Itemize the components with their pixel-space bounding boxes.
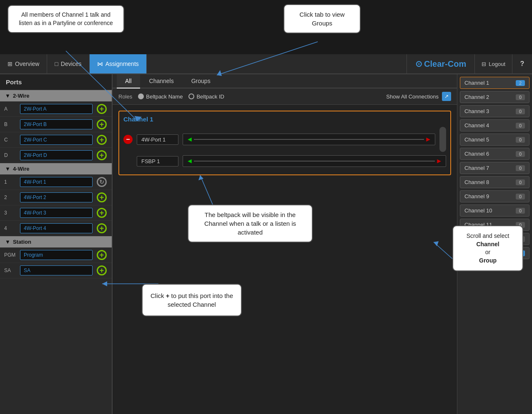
tab-assignments[interactable]: ⋈ Assignments	[90, 54, 147, 73]
port-input-4wire-4[interactable]	[20, 223, 93, 233]
tab-devices[interactable]: □ Devices	[47, 54, 89, 73]
port-entry-4wire-1: − 4W-Port 1 ◄ ►	[123, 127, 446, 152]
center-content: All Channels Groups Roles Beltpack Name …	[113, 74, 457, 414]
tab-overview[interactable]: ⊞ Overview	[0, 54, 47, 73]
section-arrow-station: ▼	[5, 239, 10, 245]
radio-beltpack-id[interactable]: Beltpack ID	[188, 93, 224, 100]
channel-btn-10[interactable]: Channel 10 0	[460, 204, 529, 217]
help-button[interactable]: ?	[512, 54, 532, 73]
roles-label: Roles	[118, 93, 132, 100]
section-arrow-2wire: ▼	[5, 93, 10, 99]
sub-tab-all[interactable]: All	[117, 74, 140, 88]
arrow-right-icon: ►	[425, 136, 432, 143]
port-input-2wire-b[interactable]	[20, 119, 93, 129]
channel-btn-6[interactable]: Channel 6 0	[460, 148, 529, 160]
channel-btn-9[interactable]: Channel 9 0	[460, 190, 529, 202]
logout-icon: ⊟	[482, 61, 486, 67]
show-all-connections-button[interactable]: Show All Connections ↗	[386, 92, 451, 101]
sub-tabs: All Channels Groups	[113, 74, 457, 88]
section-4wire: ▼ 4-Wire 1 ↻ 2 + 3 +	[0, 163, 112, 236]
callout-top-right: Click tab to view Groups	[284, 4, 361, 33]
radio-circle-beltpack-name	[138, 93, 144, 99]
port-input-2wire-c[interactable]	[20, 135, 93, 145]
add-button-2wire-b[interactable]: +	[96, 119, 108, 130]
section-station: ▼ Station PGM + SA +	[0, 236, 112, 278]
port-name-4wire-1: 4W-Port 1	[137, 134, 178, 145]
add-button-station-pgm[interactable]: +	[96, 249, 108, 261]
sidebar-header: Ports	[0, 74, 112, 90]
callout-bottom-left: Click + to put this port into the select…	[142, 284, 242, 316]
port-input-2wire-d[interactable]	[20, 150, 93, 160]
channel-display: Channel 1 − 4W-Port 1 ◄ ►	[113, 105, 457, 414]
add-button-4wire-1[interactable]: ↻	[96, 176, 108, 188]
top-nav: ⊞ Overview □ Devices ⋈ Assignments ⊙ Cle…	[0, 54, 532, 74]
port-input-station-pgm[interactable]	[20, 250, 93, 260]
arrow-left-icon: ◄	[186, 136, 193, 143]
channel-btn-3[interactable]: Channel 3 0	[460, 105, 529, 117]
add-button-4wire-2[interactable]: +	[96, 192, 108, 203]
callout-middle: The beltpack will be visible in the Chan…	[188, 204, 313, 242]
port-row-2wire-c: C +	[0, 132, 112, 148]
overview-icon: ⊞	[8, 61, 13, 67]
arrow-bar-4wire-1: ◄ ►	[183, 134, 435, 145]
channel-btn-8[interactable]: Channel 8 0	[460, 176, 529, 188]
radio-beltpack-name[interactable]: Beltpack Name	[138, 93, 183, 100]
callout-right: Scroll and select ChannelorGroup	[452, 225, 523, 271]
sidebar: Ports ▼ 2-Wire A + B +	[0, 74, 113, 414]
port-row-4wire-1: 1 ↻	[0, 174, 112, 190]
channel-btn-5[interactable]: Channel 5 0	[460, 134, 529, 146]
channel-btn-4[interactable]: Channel 4 0	[460, 119, 529, 131]
port-entry-fsbp-1: FSBP 1 ◄ ►	[123, 155, 446, 167]
port-row-station-pgm: PGM +	[0, 247, 112, 263]
callout-top-left: All members of Channel 1 talk and listen…	[8, 5, 124, 33]
port-input-station-sa[interactable]	[20, 265, 93, 275]
remove-button-4wire-1[interactable]: −	[123, 135, 133, 144]
section-header-4wire[interactable]: ▼ 4-Wire	[0, 163, 112, 174]
arrow-line	[194, 139, 424, 140]
section-arrow-4wire: ▼	[5, 166, 10, 172]
sub-tab-channels[interactable]: Channels	[141, 74, 182, 88]
port-row-2wire-b: B +	[0, 117, 112, 132]
port-name-fsbp-1: FSBP 1	[137, 156, 178, 167]
port-row-station-sa: SA +	[0, 263, 112, 278]
channel-btn-2[interactable]: Channel 2 0	[460, 91, 529, 103]
arrow-left-icon-fsbp: ◄	[186, 157, 193, 165]
port-input-4wire-3[interactable]	[20, 208, 93, 218]
port-input-4wire-2[interactable]	[20, 192, 93, 202]
show-all-icon: ↗	[442, 92, 451, 101]
radio-circle-beltpack-id	[188, 93, 194, 99]
section-2wire: ▼ 2-Wire A + B + C +	[0, 90, 112, 163]
channel-btn-7[interactable]: Channel 7 0	[460, 162, 529, 174]
add-button-2wire-c[interactable]: +	[96, 134, 108, 146]
devices-icon: □	[55, 61, 58, 67]
scroll-indicator	[439, 127, 446, 152]
nav-actions: ⊟ Logout ?	[474, 54, 532, 73]
add-button-2wire-d[interactable]: +	[96, 149, 108, 161]
port-input-2wire-a[interactable]	[20, 104, 93, 114]
options-bar: Roles Beltpack Name Beltpack ID Show All…	[113, 88, 457, 105]
section-header-2wire[interactable]: ▼ 2-Wire	[0, 90, 112, 101]
arrow-bar-fsbp-1: ◄ ►	[183, 155, 446, 167]
port-input-4wire-1[interactable]	[20, 177, 93, 187]
logout-button[interactable]: ⊟ Logout	[474, 54, 512, 73]
arrow-right-icon-fsbp: ►	[436, 157, 442, 165]
port-row-4wire-4: 4 +	[0, 221, 112, 236]
add-button-2wire-a[interactable]: +	[96, 103, 108, 115]
assignments-icon: ⋈	[97, 61, 103, 67]
channel-title: Channel 1	[123, 116, 446, 123]
add-button-4wire-3[interactable]: +	[96, 207, 108, 219]
sub-tab-groups[interactable]: Groups	[183, 74, 219, 88]
port-row-2wire-d: D +	[0, 148, 112, 163]
channel-btn-1[interactable]: Channel 1 2	[460, 77, 529, 89]
arrow-line-fsbp	[194, 161, 435, 162]
add-circle-2wire-a: +	[97, 104, 107, 114]
brand-area: ⊙ Clear-Com	[407, 54, 474, 73]
brand-logo: ⊙ Clear-Com	[415, 59, 466, 69]
section-header-station[interactable]: ▼ Station	[0, 236, 112, 247]
port-row-2wire-a: A +	[0, 101, 112, 117]
add-button-station-sa[interactable]: +	[96, 265, 108, 276]
add-button-4wire-4[interactable]: +	[96, 222, 108, 234]
port-row-4wire-3: 3 +	[0, 205, 112, 221]
channel-1-box: Channel 1 − 4W-Port 1 ◄ ►	[118, 111, 451, 175]
port-row-4wire-2: 2 +	[0, 190, 112, 205]
